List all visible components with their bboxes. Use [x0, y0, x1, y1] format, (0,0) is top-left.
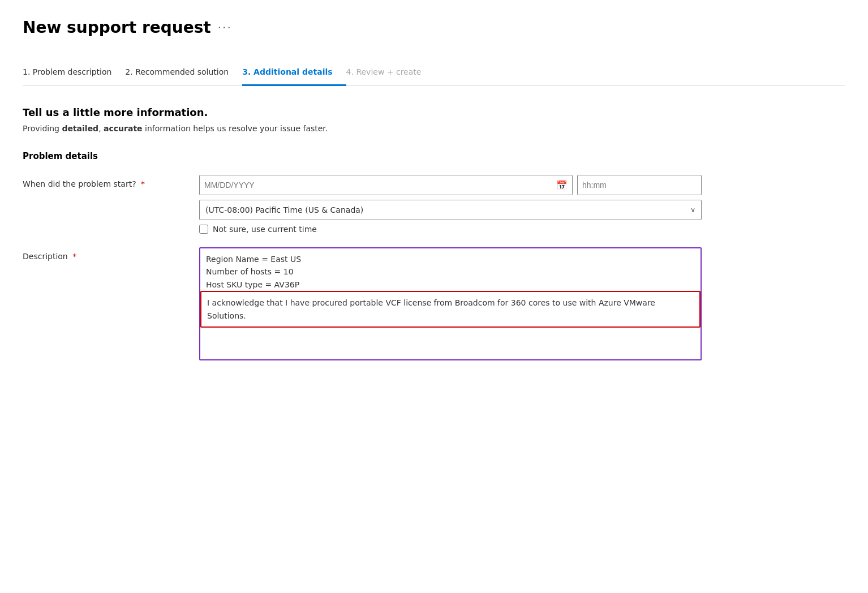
description-textarea-wrapper[interactable]: Region Name = East US Number of hosts = …: [199, 247, 702, 360]
section-heading: Tell us a little more information.: [23, 106, 702, 118]
date-input-wrapper[interactable]: 📅: [199, 175, 573, 195]
when-problem-start-row: When did the problem start? * 📅 (UTC-08:…: [23, 175, 702, 234]
content-area: Tell us a little more information. Provi…: [23, 106, 702, 360]
section-subtext: Providing detailed, accurate information…: [23, 124, 702, 133]
calendar-icon[interactable]: 📅: [556, 180, 568, 191]
timezone-select[interactable]: (UTC-08:00) Pacific Time (US & Canada) ∨: [199, 200, 702, 220]
highlighted-acknowledgment: I acknowledge that I have procured porta…: [200, 291, 701, 328]
page-title: New support request: [23, 18, 211, 37]
description-line-1: Region Name = East US: [206, 253, 695, 265]
timezone-value: (UTC-08:00) Pacific Time (US & Canada): [205, 205, 363, 214]
description-line-2: Number of hosts = 10: [206, 265, 695, 278]
wizard-step-1[interactable]: 1. Problem description: [23, 59, 125, 86]
time-input[interactable]: [582, 181, 697, 190]
more-options-icon[interactable]: ···: [218, 21, 232, 35]
description-empty-area: [206, 328, 695, 343]
not-sure-checkbox-row: Not sure, use current time: [199, 225, 702, 234]
date-input[interactable]: [204, 181, 553, 190]
wizard-step-3[interactable]: 3. Additional details: [242, 59, 346, 86]
datetime-row: 📅: [199, 175, 702, 195]
time-input-wrapper[interactable]: [577, 175, 702, 195]
required-indicator-desc: *: [72, 252, 76, 261]
highlighted-text: I acknowledge that I have procured porta…: [207, 296, 694, 322]
problem-details-heading: Problem details: [23, 151, 702, 161]
not-sure-checkbox[interactable]: [199, 225, 208, 234]
when-problem-controls: 📅 (UTC-08:00) Pacific Time (US & Canada)…: [199, 175, 702, 234]
when-problem-label: When did the problem start? *: [23, 175, 181, 188]
chevron-down-icon: ∨: [690, 206, 695, 214]
required-indicator: *: [141, 179, 145, 188]
not-sure-label: Not sure, use current time: [213, 225, 317, 234]
wizard-step-2[interactable]: 2. Recommended solution: [125, 59, 242, 86]
description-line-3: Host SKU type = AV36P: [206, 278, 695, 291]
wizard-steps: 1. Problem description 2. Recommended so…: [23, 59, 845, 86]
description-label: Description *: [23, 247, 181, 261]
description-row: Description * Region Name = East US Numb…: [23, 247, 702, 360]
wizard-step-4[interactable]: 4. Review + create: [346, 59, 435, 86]
description-controls: Region Name = East US Number of hosts = …: [199, 247, 702, 360]
description-textarea-inner: Region Name = East US Number of hosts = …: [200, 248, 701, 348]
